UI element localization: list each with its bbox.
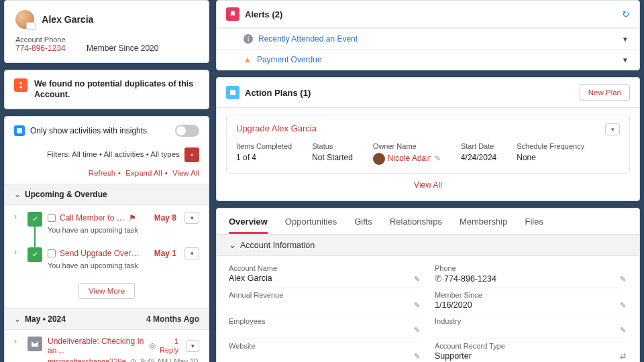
action-plans-title: Action Plans (1) [245, 88, 311, 98]
pencil-icon[interactable]: ✎ [620, 275, 626, 284]
task-item: › Send Upgrade Over… May 1 ▾ You have an… [5, 241, 209, 276]
insights-label: Only show activities with insights [30, 126, 147, 135]
chevron-down-icon: ▼ [622, 36, 629, 43]
details-card: Overview Opportunities Gifts Relationshi… [216, 208, 640, 362]
task-item: › Call Member to … ⚑ May 8 ▾ You have an… [5, 205, 209, 241]
expand-icon[interactable]: › [14, 212, 22, 234]
member-since-value: 1/16/2020 [435, 299, 627, 311]
task-date: May 8 [154, 213, 176, 223]
task-checkbox[interactable] [48, 214, 56, 222]
email-title[interactable]: Undeliverable: Checking In an… [48, 337, 145, 355]
owner-avatar [373, 153, 385, 165]
alerts-card: Alerts (2) ↻ i Recently Attended an Even… [216, 0, 640, 70]
task-menu-button[interactable]: ▾ [184, 212, 199, 224]
tab-relationships[interactable]: Relationships [390, 217, 442, 234]
refresh-link[interactable]: Refresh [89, 169, 115, 177]
account-name-value: Alex Garcia [229, 272, 421, 284]
change-record-type-icon[interactable]: ⇄ [620, 352, 626, 361]
start-date: 4/24/2024 [461, 153, 496, 162]
refresh-icon[interactable]: ↻ [622, 9, 630, 19]
tab-overview[interactable]: Overview [229, 217, 268, 234]
tab-membership[interactable]: Membership [460, 217, 508, 234]
expand-icon[interactable]: › [14, 247, 22, 269]
flag-icon: ⚑ [129, 213, 136, 223]
tab-files[interactable]: Files [525, 217, 543, 234]
svg-rect-2 [230, 90, 235, 95]
pencil-icon[interactable]: ✎ [414, 326, 420, 335]
action-plan: Upgrade Alex Garcia ▾ Items Completed1 o… [226, 115, 630, 174]
tab-gifts[interactable]: Gifts [354, 217, 372, 234]
website-value [229, 350, 421, 361]
task-title[interactable]: Send Upgrade Over… [60, 249, 140, 258]
filter-settings-button[interactable] [184, 147, 199, 162]
pencil-icon[interactable]: ✎ [414, 275, 420, 284]
warning-icon: ▲ [244, 55, 252, 64]
task-icon [28, 212, 42, 227]
tab-opportunities[interactable]: Opportunities [285, 217, 337, 234]
action-plans-card: Action Plans (1) New Plan Upgrade Alex G… [216, 77, 640, 201]
pencil-icon[interactable]: ✎ [620, 301, 626, 310]
task-checkbox[interactable] [48, 249, 56, 257]
plan-menu-button[interactable]: ▾ [605, 123, 620, 135]
duplicates-text: We found no potential duplicates of this… [34, 78, 199, 101]
items-completed: 1 of 4 [236, 153, 292, 162]
tabs: Overview Opportunities Gifts Relationshi… [217, 208, 639, 235]
contact-name: Alex Garcia [42, 14, 93, 25]
phone-value: ✆774-896-1234 [435, 272, 627, 285]
pencil-icon[interactable]: ✎ [620, 326, 626, 335]
contact-header: Alex Garcia Account Phone 774-896-1234 M… [4, 0, 209, 63]
avatar [15, 10, 34, 29]
owner-name[interactable]: Nicole Adair [388, 154, 431, 163]
upcoming-header[interactable]: ⌄Upcoming & Overdue [5, 184, 209, 205]
plan-status: Not Started [312, 153, 353, 162]
email-from[interactable]: microsoftexchange329e [48, 357, 126, 362]
insights-icon [14, 125, 25, 136]
email-time: 9:45 AM | May 10 [141, 357, 198, 362]
alert-text[interactable]: Payment Overdue [257, 55, 322, 64]
task-subtitle: You have an upcoming task [48, 226, 199, 234]
plan-name[interactable]: Upgrade Alex Garcia [236, 123, 317, 135]
duplicates-card: We found no potential duplicates of this… [4, 70, 209, 109]
task-menu-button[interactable]: ▾ [184, 247, 199, 259]
schedule-frequency: None [517, 153, 584, 162]
alert-text[interactable]: Recently Attended an Event [258, 34, 358, 44]
insights-toggle[interactable] [175, 125, 199, 137]
email-icon [28, 337, 42, 351]
task-icon [28, 247, 42, 262]
expand-all-link[interactable]: Expand All [125, 169, 162, 177]
alerts-icon [226, 7, 239, 21]
pencil-icon[interactable]: ✎ [414, 301, 420, 310]
svg-point-1 [191, 154, 193, 156]
email-item: › Undeliverable: Checking In an… ◎ 1 Rep… [5, 330, 209, 363]
email-menu-button[interactable]: ▾ [186, 340, 199, 352]
expand-icon[interactable]: › [14, 337, 22, 363]
task-title[interactable]: Call Member to … [60, 213, 125, 223]
industry-value [435, 325, 627, 336]
new-plan-button[interactable]: New Plan [580, 84, 630, 101]
duplicates-icon [14, 78, 28, 92]
info-icon: i [244, 34, 253, 44]
alert-row[interactable]: i Recently Attended an Event ▼ [217, 28, 639, 49]
pencil-icon[interactable]: ✎ [435, 154, 441, 162]
task-subtitle: You have an upcoming task [48, 261, 199, 269]
action-plans-icon [226, 86, 239, 99]
reply-label[interactable]: Reply [160, 346, 178, 354]
month-group-header[interactable]: ⌄May • 2024 4 Months Ago [5, 308, 209, 330]
record-type-value: Supporter [435, 350, 627, 362]
account-phone-label: Account Phone [15, 36, 198, 44]
svg-rect-0 [17, 128, 22, 133]
clock-icon: ◷ [130, 357, 137, 363]
view-all-plans-link[interactable]: View All [414, 180, 442, 190]
alert-row[interactable]: ▲ Payment Overdue ▼ [217, 49, 639, 70]
view-more-button[interactable]: View More [78, 283, 135, 299]
activity-card: Only show activities with insights Filte… [4, 116, 209, 363]
reply-count: 1 [160, 337, 178, 345]
view-all-link[interactable]: View All [172, 169, 199, 177]
account-info-header[interactable]: ⌄Account Information [217, 235, 639, 256]
account-phone-link[interactable]: 774-896-1234 [15, 44, 66, 53]
alerts-title: Alerts (2) [245, 9, 282, 19]
pencil-icon[interactable]: ✎ [414, 352, 420, 361]
filters-text: Filters: All time • All activities • All… [47, 150, 180, 158]
phone-icon: ✆ [435, 274, 442, 284]
annual-revenue-value [229, 299, 421, 310]
